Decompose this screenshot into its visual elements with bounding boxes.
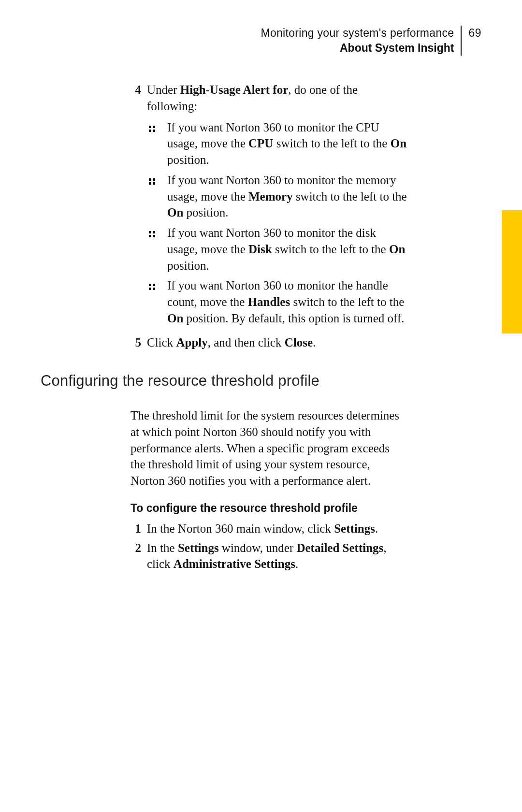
section-heading: Configuring the resource threshold profi… <box>41 371 481 391</box>
step-number: 4 <box>130 82 147 331</box>
running-header: Monitoring your system's performance Abo… <box>41 26 481 56</box>
ui-term: Handles <box>248 295 290 308</box>
ui-term: Administrative Settings <box>174 557 295 570</box>
bullet-text: position. <box>183 206 228 219</box>
bullet-text: switch to the left to the <box>272 243 389 256</box>
bullet-item: If you want Norton 360 to monitor the CP… <box>149 119 407 168</box>
step-text: Click <box>147 336 176 349</box>
document-page: Monitoring your system's performance Abo… <box>0 0 522 812</box>
ui-term: Memory <box>248 190 293 203</box>
task-step-1: 1 In the Norton 360 main window, click S… <box>130 521 407 537</box>
bullet-item: If you want Norton 360 to monitor the me… <box>149 172 407 221</box>
step-text: . <box>313 336 316 349</box>
task-step-2: 2 In the Settings window, under Detailed… <box>130 540 407 573</box>
bullet-text: switch to the left to the <box>290 295 404 308</box>
square-bullet-icon <box>149 231 156 238</box>
section-tab <box>502 210 522 334</box>
step-number: 5 <box>130 334 147 351</box>
bullet-item: If you want Norton 360 to monitor the ha… <box>149 277 407 326</box>
ui-term: On <box>391 137 406 150</box>
square-bullet-icon <box>149 178 156 185</box>
section-paragraph: The threshold limit for the system resou… <box>130 407 407 489</box>
bullet-item: If you want Norton 360 to monitor the di… <box>149 225 407 274</box>
bullet-text: position. <box>167 259 209 272</box>
running-header-chapter: Monitoring your system's performance <box>261 26 454 41</box>
step-text: window, under <box>219 541 297 554</box>
procedure-step-4: 4 Under High-Usage Alert for, do one of … <box>130 82 407 331</box>
step-text: , and then click <box>208 336 285 349</box>
ui-term: On <box>167 312 183 325</box>
bullet-text: switch to the left to the <box>273 137 390 150</box>
square-bullet-icon <box>149 126 156 132</box>
bullet-text: position. By default, this option is tur… <box>183 312 404 325</box>
step-number: 1 <box>130 521 147 537</box>
ui-term: Settings <box>178 541 219 554</box>
step-text: . <box>375 522 378 535</box>
page-number: 69 <box>462 26 481 56</box>
step-text: In the Norton 360 main window, click <box>147 522 334 535</box>
ui-term: Close <box>285 336 313 349</box>
step-text: Under <box>147 83 180 96</box>
ui-term: Settings <box>334 522 375 535</box>
bullet-text: switch to the left to the <box>293 190 407 203</box>
step-text: In the <box>147 541 178 554</box>
ui-term: On <box>389 243 405 256</box>
ui-term: High-Usage Alert for <box>180 83 289 96</box>
bullet-text: position. <box>167 153 209 166</box>
ui-term: Detailed Settings <box>296 541 383 554</box>
running-header-section: About System Insight <box>261 41 454 56</box>
ui-term: CPU <box>248 137 273 150</box>
ui-term: Apply <box>176 336 207 349</box>
step-text: . <box>295 557 298 570</box>
ui-term: Disk <box>248 243 272 256</box>
task-heading: To configure the resource threshold prof… <box>130 501 407 516</box>
ui-term: On <box>167 206 183 219</box>
square-bullet-icon <box>149 284 156 290</box>
procedure-step-5: 5 Click Apply, and then click Close. <box>130 334 407 351</box>
step-number: 2 <box>130 540 147 573</box>
